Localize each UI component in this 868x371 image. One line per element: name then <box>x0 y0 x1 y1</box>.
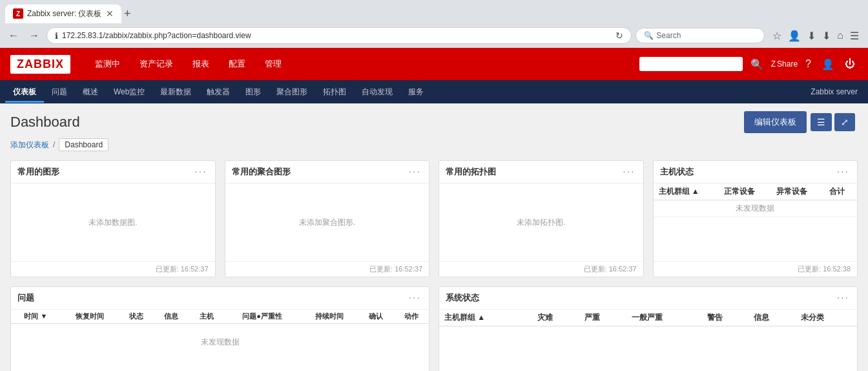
nav-admin[interactable]: 管理 <box>256 53 291 75</box>
subnav-dashboard[interactable]: 仪表板 <box>5 81 44 103</box>
subnav-graphs[interactable]: 图形 <box>238 81 269 103</box>
agg-graphs-widget-footer: 已更新: 16:52:37 <box>225 261 429 277</box>
problems-col-time[interactable]: 时间 ▼ <box>11 310 61 324</box>
graphs-widget: 常用的图形 ··· 未添加数据图. 已更新: 16:52:37 <box>10 160 216 277</box>
graphs-empty-text: 未添加数据图. <box>88 217 137 228</box>
problems-col-status[interactable]: 状态 <box>119 310 154 324</box>
graphs-widget-title: 常用的图形 <box>17 166 193 178</box>
share-button[interactable]: Z Share <box>771 59 798 69</box>
subnav-agg-graphs[interactable]: 聚合图形 <box>269 81 315 103</box>
subnav-topology[interactable]: 拓扑图 <box>315 81 354 103</box>
reading-icon[interactable]: 👤 <box>787 28 802 43</box>
nav-config[interactable]: 配置 <box>220 53 254 75</box>
url-box[interactable]: ℹ 172.25.83.1/zabbix/zabbix.php?action=d… <box>46 27 632 44</box>
problems-widget-header: 问题 ··· <box>11 287 429 310</box>
graphs-widget-header: 常用的图形 ··· <box>11 161 215 184</box>
problems-col-duration[interactable]: 持续时间 <box>300 310 358 324</box>
problems-col-ack[interactable]: 确认 <box>358 310 394 324</box>
problems-col-recover[interactable]: 恢复时间 <box>61 310 119 324</box>
host-status-col-abnormal[interactable]: 异常设备 <box>771 184 824 200</box>
topology-widget: 常用的拓扑图 ··· 未添加拓扑图. 已更新: 16:52:37 <box>439 160 644 277</box>
host-status-col-normal[interactable]: 正常设备 <box>719 184 772 200</box>
problems-col-info[interactable]: 信息 <box>154 310 189 324</box>
problems-table: 时间 ▼ 恢复时间 状态 信息 主机 问题●严重性 持续时间 确认 动作 <box>11 310 429 361</box>
sys-status-widget-body: 主机群组 ▲ 灾难 严重 一般严重 警告 信息 未分类 <box>439 310 857 371</box>
host-status-widget: 主机状态 ··· 主机群组 ▲ 正常设备 异常设备 合计 <box>653 160 858 277</box>
logout-icon[interactable]: ⏻ <box>842 56 858 72</box>
sys-status-col-major[interactable]: 一般严重 <box>626 310 702 326</box>
sys-status-col-unclass[interactable]: 未分类 <box>796 310 857 326</box>
back-button[interactable]: ← <box>5 28 22 43</box>
sys-status-col-info[interactable]: 信息 <box>749 310 796 326</box>
pocket-icon[interactable]: ⬇ <box>806 28 817 43</box>
url-text: 172.25.83.1/zabbix/zabbix.php?action=das… <box>62 31 251 40</box>
subnav-latest[interactable]: 最新数据 <box>152 81 199 103</box>
search-icon[interactable]: 🔍 <box>748 56 766 73</box>
menu-icon[interactable]: ☰ <box>849 28 860 43</box>
app-header: ZABBIX 监测中 资产记录 报表 配置 管理 🔍 Z Share ? 👤 ⏻ <box>0 48 868 80</box>
nav-assets[interactable]: 资产记录 <box>130 53 182 75</box>
topology-widget-title: 常用的拓扑图 <box>446 166 621 178</box>
subnav-autodiscovery[interactable]: 自动发现 <box>354 81 400 103</box>
host-status-updated: 已更新: 16:52:38 <box>798 265 851 273</box>
graphs-widget-footer: 已更新: 16:52:37 <box>11 261 215 277</box>
sys-status-col-critical[interactable]: 严重 <box>579 310 626 326</box>
agg-graphs-widget: 常用的聚合图形 ··· 未添加聚合图形. 已更新: 16:52:37 <box>225 160 430 277</box>
topology-widget-header: 常用的拓扑图 ··· <box>439 161 643 184</box>
agg-graphs-widget-title: 常用的聚合图形 <box>232 166 408 178</box>
problems-col-host[interactable]: 主机 <box>189 310 225 324</box>
bookmark-icon[interactable]: ☆ <box>771 28 783 43</box>
header-right: 🔍 Z Share ? 👤 ⏻ <box>639 56 858 73</box>
host-status-title: 主机状态 <box>660 166 836 178</box>
problems-col-action[interactable]: 动作 <box>393 310 429 324</box>
download-icon[interactable]: ⬇ <box>821 28 832 43</box>
agg-graphs-empty-text: 未添加聚合图形. <box>299 217 355 228</box>
agg-graphs-widget-header: 常用的聚合图形 ··· <box>225 161 429 184</box>
host-status-col-total[interactable]: 合计 <box>824 184 857 200</box>
nav-monitoring[interactable]: 监测中 <box>86 53 129 75</box>
list-view-button[interactable]: ☰ <box>811 113 832 131</box>
topology-widget-footer: 已更新: 16:52:37 <box>439 261 643 277</box>
subnav-web[interactable]: Web监控 <box>106 81 152 103</box>
browser-search-box[interactable]: 🔍 Search <box>636 28 765 43</box>
host-status-col-group[interactable]: 主机群组 ▲ <box>654 184 719 200</box>
sys-status-col-warning[interactable]: 警告 <box>702 310 749 326</box>
server-name: Zabbix server <box>811 87 863 96</box>
agg-graphs-widget-menu[interactable]: ··· <box>408 166 422 178</box>
sys-status-menu[interactable]: ··· <box>836 292 851 304</box>
sys-status-widget: 系统状态 ··· 主机群组 ▲ 灾难 严重 一般严重 警告 信息 未分类 <box>439 286 858 371</box>
agg-graphs-updated: 已更新: 16:52:37 <box>369 265 422 273</box>
problems-no-data-row: 未发现数据 <box>11 324 429 361</box>
breadcrumb-current: Dashboard <box>59 138 108 151</box>
subnav-triggers[interactable]: 触发器 <box>199 81 238 103</box>
reload-button[interactable]: ↻ <box>615 30 623 41</box>
tab-close-button[interactable]: ✕ <box>106 8 114 19</box>
user-icon[interactable]: 👤 <box>819 56 837 73</box>
subnav-overview[interactable]: 概述 <box>75 81 106 103</box>
graphs-widget-menu[interactable]: ··· <box>193 166 208 178</box>
new-tab-button[interactable]: + <box>124 7 131 21</box>
active-tab[interactable]: Z Zabbix server: 仪表板 ✕ <box>5 5 121 23</box>
nav-reports[interactable]: 报表 <box>183 53 218 75</box>
problems-col-severity[interactable]: 问题●严重性 <box>224 310 300 324</box>
subnav-services[interactable]: 服务 <box>400 81 431 103</box>
home-icon[interactable]: ⌂ <box>836 28 845 43</box>
forward-button[interactable]: → <box>26 28 43 43</box>
main-content: Dashboard 编辑仪表板 ☰ ⤢ 添加仪表板 / Dashboard 常用… <box>0 103 868 371</box>
sys-status-col-disaster[interactable]: 灾难 <box>532 310 579 326</box>
subnav-problems[interactable]: 问题 <box>44 81 75 103</box>
graphs-widget-body: 未添加数据图. <box>11 184 215 261</box>
page-title: Dashboard <box>10 114 744 131</box>
problems-menu[interactable]: ··· <box>408 292 422 304</box>
edit-dashboard-button[interactable]: 编辑仪表板 <box>744 111 807 133</box>
breadcrumb-add-link[interactable]: 添加仪表板 <box>10 140 49 151</box>
host-status-menu[interactable]: ··· <box>836 166 851 178</box>
problems-title: 问题 <box>17 292 408 304</box>
topology-widget-menu[interactable]: ··· <box>621 166 636 178</box>
tab-bar: Z Zabbix server: 仪表板 ✕ + <box>0 0 868 23</box>
breadcrumb: 添加仪表板 / Dashboard <box>10 138 858 151</box>
help-icon[interactable]: ? <box>803 56 814 72</box>
app-search-input[interactable] <box>639 57 743 71</box>
fullscreen-button[interactable]: ⤢ <box>834 113 855 131</box>
sys-status-col-group[interactable]: 主机群组 ▲ <box>439 310 532 326</box>
